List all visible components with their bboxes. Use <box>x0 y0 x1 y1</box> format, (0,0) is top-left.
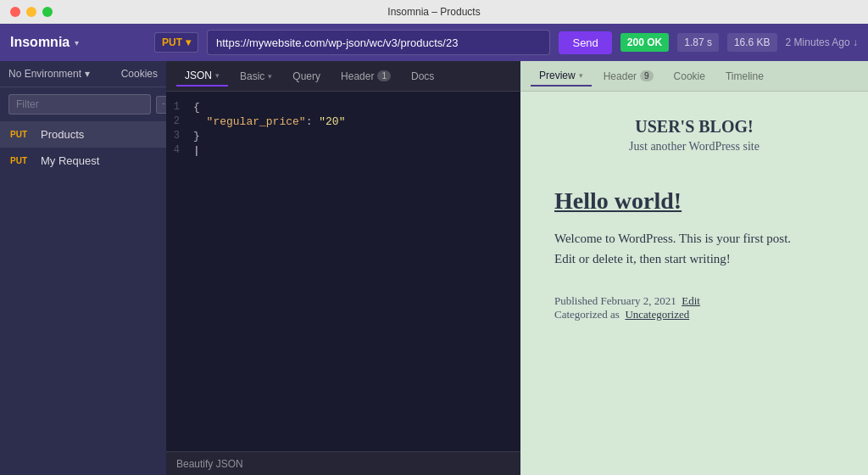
line-number-2: 2 <box>166 115 193 127</box>
tab-json-label: JSON <box>185 70 212 81</box>
tab-header[interactable]: Header 1 <box>332 67 399 86</box>
method-label: PUT <box>162 36 182 48</box>
line-number-3: 3 <box>166 130 193 142</box>
code-line-2: 2 "regular_price": "20" <box>166 115 520 129</box>
post-title: Hello world! <box>554 187 834 215</box>
json-key: "regular_price" <box>193 115 306 128</box>
method-arrow-icon: ▾ <box>186 36 191 48</box>
tab-basic-label: Basic <box>240 70 264 82</box>
post-body-line-1: Welcome to WordPress. This is your first… <box>554 232 791 245</box>
tab-docs[interactable]: Docs <box>403 67 442 86</box>
tab-header-badge: 1 <box>377 70 391 81</box>
line-number-1: 1 <box>166 101 193 113</box>
tab-basic[interactable]: Basic ▾ <box>231 67 281 86</box>
maximize-button[interactable] <box>42 7 53 17</box>
sidebar-item-label-my-request: My Request <box>41 154 99 167</box>
sidebar-item-method-products: PUT <box>10 130 34 139</box>
post-published: Published February 2, 2021 Edit <box>554 294 834 308</box>
line-content-2: "regular_price": "20" <box>193 115 345 128</box>
code-line-1: 1 { <box>166 100 520 115</box>
bottom-bar: Beautify JSON <box>166 451 520 475</box>
preview-tab-timeline[interactable]: Timeline <box>717 67 772 86</box>
sidebar-item-my-request[interactable]: PUT My Request <box>0 148 166 174</box>
tab-query[interactable]: Query <box>284 67 329 86</box>
tab-json[interactable]: JSON ▾ <box>176 66 228 87</box>
sidebar-item-products[interactable]: PUT Products <box>0 121 166 148</box>
json-value: "20" <box>319 115 345 128</box>
blog-subtitle: Just another WordPress site <box>554 140 834 154</box>
line-number-4: 4 <box>166 144 193 156</box>
preview-tabs-bar: Preview ▾ Header 9 Cookie Timeline <box>520 61 868 92</box>
request-tabs-bar: JSON ▾ Basic ▾ Query Header 1 Docs <box>166 61 520 92</box>
tab-json-arrow-icon: ▾ <box>215 71 220 80</box>
window-controls <box>10 7 53 17</box>
sidebar: No Environment ▾ Cookies ⋯ ▾ PUT Product… <box>0 61 166 475</box>
sidebar-item-label-products: Products <box>41 128 84 141</box>
code-line-3: 3 } <box>166 129 520 143</box>
content-area: No Environment ▾ Cookies ⋯ ▾ PUT Product… <box>0 61 868 475</box>
categorized-text: Categorized as <box>554 308 620 321</box>
time-ago: 2 Minutes Ago ↓ <box>786 36 858 48</box>
sidebar-top: No Environment ▾ Cookies <box>0 61 166 87</box>
preview-tab-preview-label: Preview <box>539 70 576 81</box>
post-body: Welcome to WordPress. This is your first… <box>554 228 834 269</box>
published-text: Published February 2, 2021 <box>554 294 676 307</box>
tab-query-label: Query <box>292 70 320 82</box>
status-badge: 200 OK <box>620 33 669 52</box>
logo-area: Insomnia ▾ <box>10 35 146 50</box>
url-bar[interactable]: https://mywebsite.com/wp-json/wc/v3/prod… <box>207 30 550 55</box>
title-bar: Insomnia – Products <box>0 0 868 24</box>
logo-chevron-icon: ▾ <box>75 38 79 48</box>
post-body-line-2: Edit or delete it, then start writing! <box>554 252 731 265</box>
sidebar-filter-area: ⋯ ▾ <box>0 87 166 121</box>
tab-basic-arrow-icon: ▾ <box>268 72 272 81</box>
line-content-3: } <box>193 130 200 142</box>
preview-tab-cookie-label: Cookie <box>674 70 705 82</box>
send-button[interactable]: Send <box>559 31 611 54</box>
environment-selector[interactable]: No Environment ▾ <box>8 68 90 80</box>
response-time: 1.87 s <box>677 33 719 52</box>
preview-content: USER'S BLOG! Just another WordPress site… <box>520 92 868 475</box>
app-logo: Insomnia <box>10 35 70 50</box>
preview-tab-header[interactable]: Header 9 <box>595 67 662 86</box>
env-label: No Environment <box>8 68 81 80</box>
preview-tab-cookie[interactable]: Cookie <box>665 67 714 86</box>
line-content-1: { <box>193 101 200 114</box>
method-selector[interactable]: PUT ▾ <box>154 32 198 53</box>
main-panel: JSON ▾ Basic ▾ Query Header 1 Docs <box>166 61 520 475</box>
preview-panel: Preview ▾ Header 9 Cookie Timeline USER'… <box>520 61 868 475</box>
preview-tab-header-label: Header <box>604 70 637 82</box>
code-line-4: 4 | <box>166 143 520 158</box>
window-title: Insomnia – Products <box>387 6 480 18</box>
post-meta: Published February 2, 2021 Edit Categori… <box>554 294 834 321</box>
response-size: 16.6 KB <box>727 33 777 52</box>
minimize-button[interactable] <box>26 7 36 17</box>
tab-docs-label: Docs <box>411 70 434 82</box>
post-category: Categorized as Uncategorized <box>554 308 834 321</box>
edit-link[interactable]: Edit <box>682 294 700 307</box>
preview-tab-timeline-label: Timeline <box>726 70 764 82</box>
sidebar-item-method-my-request: PUT <box>10 156 34 165</box>
app-container: Insomnia ▾ PUT ▾ https://mywebsite.com/w… <box>0 24 868 475</box>
json-colon: : <box>306 115 320 128</box>
beautify-json-button[interactable]: Beautify JSON <box>176 458 243 470</box>
top-bar: Insomnia ▾ PUT ▾ https://mywebsite.com/w… <box>0 24 868 61</box>
filter-input[interactable] <box>8 94 151 115</box>
category-link[interactable]: Uncategorized <box>625 308 689 321</box>
blog-title: USER'S BLOG! <box>554 117 834 137</box>
close-button[interactable] <box>10 7 20 17</box>
preview-tab-header-badge: 9 <box>640 70 654 81</box>
tab-header-label: Header <box>341 70 374 82</box>
line-content-4: | <box>193 144 200 157</box>
preview-tab-preview-arrow-icon: ▾ <box>579 71 583 80</box>
cookies-link[interactable]: Cookies <box>121 68 158 80</box>
preview-tab-preview[interactable]: Preview ▾ <box>531 66 592 87</box>
env-arrow-icon: ▾ <box>85 68 90 80</box>
code-editor[interactable]: 1 { 2 "regular_price": "20" 3 } 4 | <box>166 92 520 451</box>
url-text: https://mywebsite.com/wp-json/wc/v3/prod… <box>216 36 458 49</box>
